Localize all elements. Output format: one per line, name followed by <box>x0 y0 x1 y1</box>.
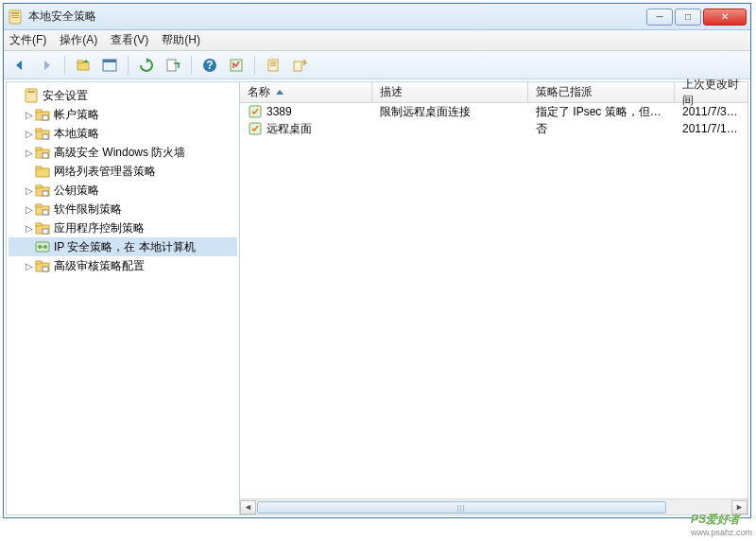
tree-item[interactable]: ▷高级安全 Windows 防火墙 <box>9 143 237 162</box>
tree-item-label: 帐户策略 <box>54 107 99 123</box>
column-time[interactable]: 上次更改时间 <box>675 82 747 102</box>
expander-icon: ▷ <box>24 129 35 139</box>
tree-item-label: 本地策略 <box>54 126 99 142</box>
separator <box>64 56 65 75</box>
cell-desc: 限制远程桌面连接 <box>372 104 528 120</box>
app-icon <box>8 9 23 25</box>
svg-rect-24 <box>43 134 48 139</box>
folder-icon <box>35 258 50 273</box>
watermark-sub: www.psahz.com <box>691 528 752 537</box>
tree-item[interactable]: ▷软件限制策略 <box>9 200 237 218</box>
tree-item[interactable]: IP 安全策略，在 本地计算机 <box>9 237 237 256</box>
folder-icon <box>35 183 50 198</box>
cell-assigned: 指定了 IPsec 策略，但是 ... <box>528 104 675 120</box>
list-body: 3389限制远程桌面连接指定了 IPsec 策略，但是 ...2011/7/3 … <box>240 103 747 498</box>
cell-name: 3389 <box>240 104 372 119</box>
cell-name: 远程桌面 <box>240 121 372 137</box>
svg-rect-45 <box>43 267 48 271</box>
tool-action1[interactable] <box>226 55 247 76</box>
svg-rect-14 <box>270 63 276 64</box>
titlebar: 本地安全策略 ─ □ ✕ <box>4 4 750 30</box>
expander-icon: ▷ <box>24 185 35 196</box>
svg-rect-20 <box>36 110 42 113</box>
column-desc[interactable]: 描述 <box>372 82 528 102</box>
tree-item[interactable]: 网络列表管理器策略 <box>9 162 237 181</box>
expander-icon: ▷ <box>24 261 35 271</box>
policy-icon <box>248 104 263 119</box>
svg-rect-5 <box>77 61 83 63</box>
scroll-track[interactable] <box>256 500 731 515</box>
menu-file[interactable]: 文件(F) <box>9 32 46 48</box>
close-button[interactable]: ✕ <box>703 9 747 26</box>
expander-icon: ▷ <box>24 148 35 158</box>
expander-icon: ▷ <box>24 110 35 120</box>
menu-action[interactable]: 操作(A) <box>60 32 97 48</box>
list-panel: 名称 描述 策略已指派 上次更改时间 3389限制远程桌面连接指定了 IPsec… <box>240 82 747 515</box>
tree-item[interactable]: ▷本地策略 <box>9 124 237 143</box>
svg-rect-35 <box>43 210 48 215</box>
scroll-left-button[interactable]: ◄ <box>240 500 256 515</box>
svg-rect-2 <box>11 15 19 16</box>
tool-properties[interactable] <box>99 55 120 76</box>
table-row[interactable]: 远程桌面否2011/7/13 2 <box>240 120 747 137</box>
svg-rect-1 <box>11 12 19 14</box>
svg-rect-44 <box>36 261 42 264</box>
tool-action2[interactable] <box>263 55 284 76</box>
svg-rect-27 <box>43 153 48 158</box>
tree-item[interactable]: ▷公钥策略 <box>9 181 237 200</box>
menubar: 文件(F) 操作(A) 查看(V) 帮助(H) <box>4 30 750 51</box>
tree-item[interactable]: ▷应用程序控制策略 <box>9 218 237 237</box>
svg-rect-38 <box>43 229 48 234</box>
menu-help[interactable]: 帮助(H) <box>162 32 200 48</box>
tool-action3[interactable] <box>289 55 310 76</box>
cell-time: 2011/7/13 2 <box>675 122 747 135</box>
folder-icon <box>35 145 50 160</box>
folder-icon <box>35 220 50 236</box>
tree-item-label: 应用程序控制策略 <box>54 220 145 236</box>
svg-rect-32 <box>43 191 48 196</box>
svg-rect-18 <box>27 91 35 93</box>
cell-time: 2011/7/3 17 <box>675 105 747 118</box>
svg-rect-3 <box>11 17 19 18</box>
menu-view[interactable]: 查看(V) <box>111 32 148 48</box>
tool-help[interactable]: ? <box>199 55 220 76</box>
tool-up[interactable] <box>73 55 94 76</box>
svg-rect-8 <box>167 60 176 71</box>
watermark-main: PS爱好者 <box>691 513 740 526</box>
svg-rect-13 <box>270 61 276 62</box>
tree-item-label: 高级安全 Windows 防火墙 <box>54 145 185 161</box>
tree-root-label: 安全设置 <box>43 88 88 104</box>
tool-export[interactable] <box>163 55 183 76</box>
policy-icon <box>248 121 263 136</box>
tree-item-label: 软件限制策略 <box>54 201 122 218</box>
watermark: PS爱好者 www.psahz.com <box>691 506 752 537</box>
tree-root[interactable]: 安全设置 <box>9 86 237 105</box>
table-row[interactable]: 3389限制远程桌面连接指定了 IPsec 策略，但是 ...2011/7/3 … <box>240 103 747 120</box>
column-assigned[interactable]: 策略已指派 <box>528 82 675 102</box>
svg-rect-29 <box>36 166 42 169</box>
folder-icon <box>35 201 50 217</box>
svg-rect-23 <box>36 129 42 131</box>
folder-icon <box>35 107 50 122</box>
security-icon <box>24 88 39 103</box>
column-name[interactable]: 名称 <box>240 82 372 102</box>
ip-policy-icon <box>35 239 50 254</box>
tree-item[interactable]: ▷高级审核策略配置 <box>9 256 237 275</box>
window: 本地安全策略 ─ □ ✕ 文件(F) 操作(A) 查看(V) 帮助(H) ? <box>3 3 751 518</box>
forward-button[interactable] <box>36 55 57 76</box>
separator <box>191 56 192 75</box>
maximize-button[interactable]: □ <box>675 9 701 26</box>
list-header: 名称 描述 策略已指派 上次更改时间 <box>240 82 747 103</box>
folder-icon <box>35 164 50 179</box>
back-button[interactable] <box>9 55 30 76</box>
window-buttons: ─ □ ✕ <box>646 9 747 26</box>
horizontal-scrollbar[interactable]: ◄ ► <box>240 498 747 515</box>
separator <box>128 56 129 75</box>
minimize-button[interactable]: ─ <box>646 9 673 26</box>
folder-icon <box>35 126 50 141</box>
tool-refresh[interactable] <box>136 55 157 76</box>
scroll-thumb[interactable] <box>257 501 666 514</box>
svg-rect-37 <box>36 223 42 226</box>
tree-item[interactable]: ▷帐户策略 <box>9 105 237 124</box>
cell-assigned: 否 <box>528 121 675 137</box>
